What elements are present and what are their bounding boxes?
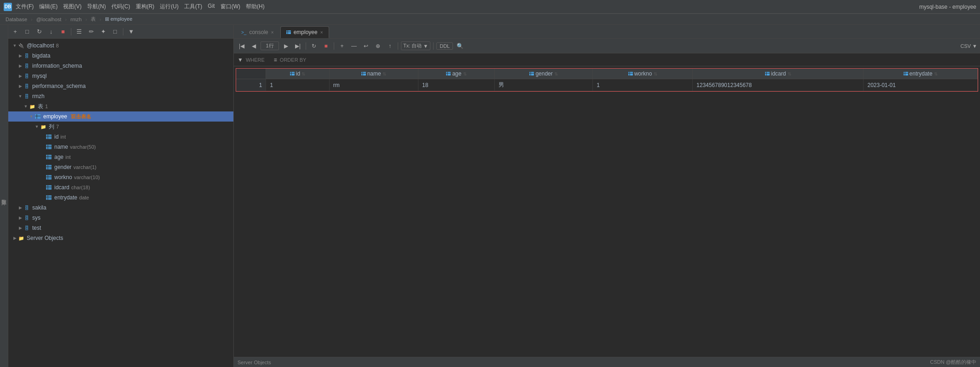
duplicate-button[interactable]: ⊕ (373, 41, 383, 51)
col-icon (904, 71, 908, 76)
add-button[interactable]: + (10, 27, 20, 37)
tab-close-button[interactable]: × (271, 30, 274, 35)
tx-label: Tx: 自动 (403, 42, 422, 49)
menu-item[interactable]: 文件(F) (16, 3, 34, 11)
refresh-button[interactable]: ↻ (34, 27, 44, 37)
tree-item-test[interactable]: ▶🗄test (8, 223, 233, 233)
tab-employee[interactable]: employee× (280, 26, 329, 38)
table-row[interactable]: 11rm18男11234567890123456782023-01-01 (236, 79, 978, 91)
tree-item-cols[interactable]: ▼📁列7 (8, 122, 233, 132)
tree-item-performance_schema[interactable]: ▶🗄performance_schema (8, 81, 233, 91)
tree-item-col_name[interactable]: namevarchar(50) (8, 142, 233, 152)
tree-item-employee[interactable]: ▼employee双击表名 (8, 111, 233, 122)
breadcrumb-item[interactable]: 表 (91, 16, 96, 23)
tree-item-sakila[interactable]: ▶🗄sakila (8, 203, 233, 213)
tree-item-tables[interactable]: ▼📁表1 (8, 101, 233, 111)
tab-close-button[interactable]: × (320, 30, 323, 35)
col-header-workno[interactable]: workno ⇅ (593, 69, 693, 79)
window-button[interactable]: □ (110, 27, 120, 37)
menu-item[interactable]: 运行(U) (160, 3, 179, 11)
cell-workno[interactable]: 1 (593, 79, 693, 91)
tree-arrow: ▶ (17, 74, 23, 78)
tree-item-label: age (54, 154, 64, 160)
tx-arrow: ▼ (423, 43, 428, 49)
tree-item-server_objects[interactable]: ▶📁Server Objects (8, 233, 233, 243)
nav-last-button[interactable]: ▶| (293, 41, 303, 51)
col-header-idcard[interactable]: idcard ⇅ (693, 69, 864, 79)
cell-entrydate[interactable]: 2023-01-01 (864, 79, 978, 91)
tree-item-icon: 🗄 (23, 204, 30, 211)
nav-first-button[interactable]: |◀ (237, 41, 247, 51)
menu-item[interactable]: 工具(T) (184, 3, 202, 11)
cell-id[interactable]: 1 (266, 79, 329, 91)
breadcrumb-item[interactable]: ⊞ employee (105, 16, 133, 22)
tree-arrow: ▶ (17, 64, 23, 68)
tree-item-label: gender (54, 164, 71, 170)
cell-gender[interactable]: 男 (495, 79, 593, 91)
tree-item-col_id[interactable]: idint (8, 132, 233, 142)
tree-item-rmzh[interactable]: ▼🗄rmzh (8, 91, 233, 101)
tree-item-localhost[interactable]: ▼🔌@localhost8 (8, 41, 233, 51)
refresh-data-button[interactable]: ↻ (309, 41, 319, 51)
cell-name[interactable]: rm (329, 79, 418, 91)
menu-item[interactable]: 编辑(E) (39, 3, 58, 11)
menu-item[interactable]: 窗口(W) (220, 3, 240, 11)
tree-item-col_age[interactable]: ageint (8, 152, 233, 162)
stop-query-button[interactable]: ■ (321, 41, 331, 51)
nav-prev-button[interactable]: ◀ (249, 41, 259, 51)
col-header-gender[interactable]: gender ⇅ (495, 69, 593, 79)
svg-rect-45 (904, 72, 908, 76)
menu-item[interactable]: Git (208, 3, 215, 11)
search-button[interactable]: 🔍 (455, 41, 465, 51)
tree-item-bigdata[interactable]: ▶🗄bigdata (8, 51, 233, 61)
breadcrumb-item[interactable]: @localhost (36, 17, 62, 22)
tree-item-annotation: 双击表名 (71, 113, 91, 120)
sync-button[interactable]: ↓ (46, 27, 56, 37)
col-header-name[interactable]: name ⇅ (329, 69, 418, 79)
menu-item[interactable]: 视图(V) (63, 3, 81, 11)
menu-item[interactable]: 重构(R) (136, 3, 155, 11)
tree-item-mysql[interactable]: ▶🗄mysql (8, 71, 233, 81)
tree-item-count: 7 (56, 124, 59, 129)
menu-item[interactable]: 帮助(H) (246, 3, 265, 11)
tree-item-col_gender[interactable]: gendervarchar(1) (8, 162, 233, 172)
tx-dropdown[interactable]: Tx: 自动 ▼ (401, 41, 430, 50)
col-icon (446, 71, 451, 76)
stop-button[interactable]: ■ (58, 27, 68, 37)
tree-item-type: varchar(1) (73, 164, 96, 170)
tree-item-col_workno[interactable]: worknovarchar(10) (8, 172, 233, 182)
edit-button[interactable]: ✏ (86, 27, 96, 37)
add-row-button[interactable]: + (337, 41, 347, 51)
cell-age[interactable]: 18 (418, 79, 495, 91)
move-up-button[interactable]: ↑ (385, 41, 395, 51)
tab-console[interactable]: >_console× (236, 26, 279, 38)
csv-dropdown[interactable]: CSV ▼ (960, 43, 977, 49)
tree-item-col_idcard[interactable]: idcardchar(18) (8, 182, 233, 192)
menu-item[interactable]: 代码(C) (111, 3, 130, 11)
breadcrumb-item[interactable]: Database (6, 17, 27, 22)
schema-button[interactable]: ☰ (74, 27, 84, 37)
col-header-id[interactable]: id ⇅ (266, 69, 329, 79)
breadcrumb-separator: › (31, 17, 33, 22)
filter-button[interactable]: ▼ (126, 27, 136, 37)
undo-button[interactable]: ↩ (361, 41, 371, 51)
app-logo: DB (4, 3, 12, 11)
tree-item-sys[interactable]: ▶🗄sys (8, 213, 233, 223)
tree-item-col_entrydate[interactable]: entrydatedate (8, 192, 233, 203)
ddl-button[interactable]: DDL (436, 42, 453, 50)
tree-item-icon (45, 144, 52, 150)
pin-button[interactable]: ✦ (98, 27, 108, 37)
cell-idcard[interactable]: 123456789012345678 (693, 79, 864, 91)
tree-item-icon: 📁 (29, 103, 36, 110)
copy-button[interactable]: □ (22, 27, 32, 37)
col-header-entrydate[interactable]: entrydate ⇅ (864, 69, 978, 79)
breadcrumb-item[interactable]: rmzh (70, 17, 81, 22)
row-display[interactable]: 1行 (261, 41, 279, 50)
tree-item-information_schema[interactable]: ▶🗄information_schema (8, 61, 233, 71)
table-header-row: id ⇅name ⇅age ⇅gender ⇅workno ⇅idcard ⇅e… (236, 69, 978, 79)
col-header-age[interactable]: age ⇅ (418, 69, 495, 79)
query-toolbar: |◀ ◀ 1行 ▶ ▶| ↻ ■ + — ↩ ⊕ ↑ Tx: 自动 ▼ DDL … (234, 39, 980, 53)
menu-item[interactable]: 导航(N) (87, 3, 106, 11)
delete-row-button[interactable]: — (349, 41, 359, 51)
nav-next-button[interactable]: ▶ (281, 41, 291, 51)
